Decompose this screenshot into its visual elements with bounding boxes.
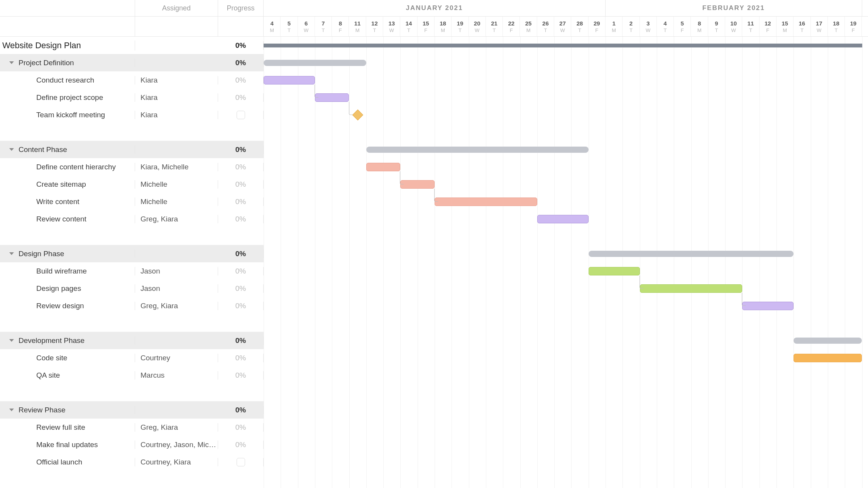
day-header[interactable]: 9T <box>708 17 725 36</box>
day-header[interactable]: 22F <box>503 17 520 36</box>
day-header[interactable]: 8M <box>691 17 708 36</box>
day-header[interactable]: 4T <box>657 17 674 36</box>
grid-line <box>623 37 623 488</box>
task-progress: 0% <box>218 163 264 171</box>
day-header[interactable]: 5F <box>674 17 691 36</box>
day-header[interactable]: 11T <box>742 17 759 36</box>
task-assigned[interactable]: Kiara, Michelle <box>135 163 218 171</box>
task-row[interactable]: Design pages <box>0 284 135 293</box>
task-assigned[interactable]: Jason <box>135 267 218 275</box>
task-assigned[interactable]: Kiara <box>135 111 218 119</box>
day-header[interactable]: 19T <box>452 17 469 36</box>
task-row[interactable]: Define content hierarchy <box>0 163 135 171</box>
task-row[interactable]: Review content <box>0 215 135 223</box>
task-row[interactable]: Code site <box>0 354 135 362</box>
column-assigned-header[interactable]: Assigned <box>135 0 218 16</box>
grid-line <box>742 37 743 488</box>
day-header[interactable]: 26T <box>537 17 554 36</box>
day-header[interactable]: 4M <box>264 17 281 36</box>
day-header[interactable]: 12T <box>366 17 383 36</box>
day-header[interactable]: 29F <box>589 17 606 36</box>
task-row[interactable]: Define project scope <box>0 93 135 102</box>
day-header[interactable]: 12F <box>760 17 777 36</box>
section-row[interactable]: Development Phase <box>0 336 135 345</box>
section-row[interactable]: Content Phase <box>0 145 135 154</box>
gantt-summary-bar[interactable] <box>794 338 862 344</box>
task-assigned[interactable]: Jason <box>135 284 218 293</box>
gantt-task-bar[interactable] <box>640 284 743 293</box>
day-header[interactable]: 15M <box>777 17 794 36</box>
task-assigned[interactable]: Michelle <box>135 198 218 206</box>
task-assigned[interactable]: Greg, Kiara <box>135 215 218 223</box>
gantt-milestone[interactable] <box>352 109 363 120</box>
gantt-task-bar[interactable] <box>742 302 794 310</box>
day-header[interactable]: 20W <box>469 17 486 36</box>
day-header[interactable]: 16T <box>794 17 810 36</box>
task-row[interactable]: Review design <box>0 302 135 310</box>
caret-down-icon[interactable] <box>9 61 14 64</box>
day-header[interactable]: 5T <box>281 17 298 36</box>
gantt-task-bar[interactable] <box>435 198 537 206</box>
day-header[interactable]: 7T <box>315 17 332 36</box>
gantt-task-bar[interactable] <box>264 76 315 84</box>
task-row[interactable]: Make final updates <box>0 441 135 449</box>
gantt-chart-area[interactable] <box>264 37 868 488</box>
day-header[interactable]: 19F <box>845 17 862 36</box>
gantt-summary-bar[interactable] <box>589 251 794 257</box>
gantt-task-bar[interactable] <box>366 163 401 171</box>
day-header[interactable]: 18T <box>828 17 845 36</box>
task-assigned[interactable]: Courtney, Kiara <box>135 458 218 466</box>
gantt-project-bar[interactable] <box>264 44 862 47</box>
gantt-task-bar[interactable] <box>589 267 640 275</box>
gantt-summary-bar[interactable] <box>264 60 366 66</box>
task-assigned[interactable]: Kiara <box>135 76 218 84</box>
task-row[interactable]: Official launch <box>0 458 135 466</box>
task-row[interactable]: Build wireframe <box>0 267 135 275</box>
task-assigned[interactable]: Courtney <box>135 354 218 362</box>
day-header[interactable]: 11M <box>349 17 366 36</box>
caret-down-icon[interactable] <box>9 148 14 151</box>
task-assigned[interactable]: Courtney, Jason, Michelle <box>135 441 218 449</box>
caret-down-icon[interactable] <box>9 252 14 255</box>
gantt-task-bar[interactable] <box>794 354 862 362</box>
column-progress-header[interactable]: Progress <box>218 0 264 16</box>
project-title[interactable]: Website Design Plan <box>0 41 135 51</box>
day-header[interactable]: 2T <box>623 17 640 36</box>
day-header[interactable]: 10W <box>725 17 742 36</box>
day-header[interactable]: 8F <box>332 17 349 36</box>
day-header[interactable]: 1M <box>606 17 623 36</box>
task-row[interactable]: Write content <box>0 198 135 206</box>
milestone-checkbox[interactable] <box>237 111 245 119</box>
day-header[interactable]: 13W <box>383 17 400 36</box>
day-header[interactable]: 28T <box>571 17 588 36</box>
day-header[interactable]: 25M <box>520 17 537 36</box>
task-assigned[interactable]: Kiara <box>135 93 218 102</box>
gantt-summary-bar[interactable] <box>366 147 589 153</box>
section-row[interactable]: Project Definition <box>0 59 135 67</box>
task-assigned[interactable]: Greg, Kiara <box>135 302 218 310</box>
caret-down-icon[interactable] <box>9 409 14 411</box>
milestone-checkbox[interactable] <box>237 458 245 466</box>
day-header[interactable]: 27W <box>554 17 571 36</box>
day-header[interactable]: 17W <box>811 17 828 36</box>
task-row[interactable]: Review full site <box>0 423 135 432</box>
caret-down-icon[interactable] <box>9 339 14 342</box>
task-row[interactable]: QA site <box>0 371 135 380</box>
task-assigned[interactable]: Greg, Kiara <box>135 423 218 432</box>
day-header[interactable]: 6W <box>298 17 315 36</box>
task-row[interactable]: Create sitemap <box>0 180 135 189</box>
day-header[interactable]: 14T <box>400 17 417 36</box>
task-row[interactable]: Conduct research <box>0 76 135 84</box>
gantt-task-bar[interactable] <box>400 180 435 189</box>
task-assigned[interactable]: Marcus <box>135 371 218 380</box>
task-assigned[interactable]: Michelle <box>135 180 218 189</box>
section-row[interactable]: Review Phase <box>0 406 135 414</box>
gantt-task-bar[interactable] <box>315 93 349 102</box>
section-row[interactable]: Design Phase <box>0 250 135 258</box>
day-header[interactable]: 15F <box>418 17 435 36</box>
task-row[interactable]: Team kickoff meeting <box>0 111 135 119</box>
day-header[interactable]: 21T <box>486 17 503 36</box>
gantt-task-bar[interactable] <box>537 215 589 223</box>
day-header[interactable]: 18M <box>435 17 452 36</box>
day-header[interactable]: 3W <box>640 17 657 36</box>
